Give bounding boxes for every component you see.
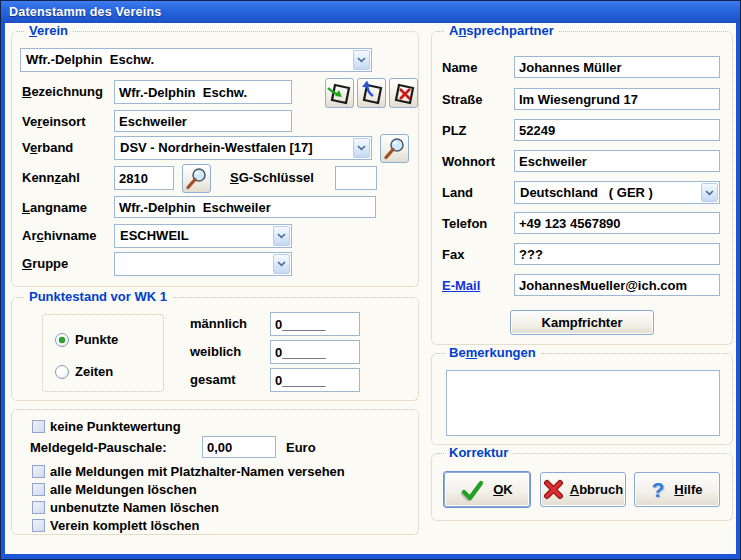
group-bemerkungen: Bemerkungen bbox=[431, 353, 733, 445]
group-ansprechpartner-label: Ansprechpartner bbox=[444, 23, 559, 39]
undo-record-button[interactable] bbox=[357, 78, 386, 108]
radio-punkte[interactable] bbox=[55, 333, 69, 347]
gruppe-label: Gruppe bbox=[22, 252, 68, 276]
gruppe-select-value bbox=[120, 253, 271, 275]
dialog-datenstamm: Datenstamm des Vereins Verein Wfr.-Delph… bbox=[0, 0, 741, 560]
save-record-button[interactable] bbox=[325, 78, 354, 108]
hilfe-button[interactable]: ? Hilfe bbox=[634, 472, 720, 507]
weiblich-label: weiblich bbox=[190, 340, 241, 364]
telefon-label: Telefon bbox=[442, 212, 487, 236]
archivname-select-value: ESCHWEIL bbox=[120, 225, 271, 247]
radio-zeiten-label[interactable]: Zeiten bbox=[75, 360, 113, 384]
magnifier-icon bbox=[382, 136, 407, 161]
group-punktestand: Punktestand vor WK 1 Punkte Zeiten männl… bbox=[11, 297, 419, 401]
verband-label: Verband bbox=[22, 136, 73, 160]
name-label: Name bbox=[442, 56, 477, 80]
chevron-down-icon[interactable] bbox=[273, 226, 290, 246]
door-delete-icon bbox=[391, 80, 416, 106]
checkbox-verein-loeschen-label[interactable]: Verein komplett löschen bbox=[50, 514, 200, 538]
delete-record-button[interactable] bbox=[389, 78, 418, 108]
door-arrow-in-icon bbox=[327, 80, 352, 106]
langname-label: Langname bbox=[22, 196, 87, 220]
chevron-down-icon[interactable] bbox=[701, 183, 718, 202]
archivname-label: Archivname bbox=[22, 224, 96, 248]
email-link-label[interactable]: E-Mail bbox=[442, 274, 480, 298]
club-select-value: Wfr.-Delphin Eschw. bbox=[26, 49, 351, 71]
vereinsort-label: Vereinsort bbox=[22, 110, 86, 134]
kampfrichter-button-label: Kampfrichter bbox=[542, 315, 623, 330]
group-korrektur-label: Korrektur bbox=[444, 445, 513, 461]
hilfe-button-label: Hilfe bbox=[674, 482, 702, 497]
verband-select-value: DSV - Nordrhein-Westfalen [17] bbox=[120, 137, 351, 159]
checkbox-unbenutzte-namen[interactable] bbox=[32, 501, 45, 514]
group-optionen: keine Punktewertung Meldegeld-Pauschale:… bbox=[11, 409, 419, 535]
verband-search-button[interactable] bbox=[380, 134, 409, 163]
abbruch-button[interactable]: Abbruch bbox=[540, 472, 626, 507]
group-verein-label: Verein bbox=[24, 23, 73, 39]
kennzahl-label: Kennzahl bbox=[22, 166, 80, 190]
strasse-label: Straße bbox=[442, 88, 482, 112]
meldegeld-label: Meldegeld-Pauschale: bbox=[30, 436, 167, 460]
group-ansprechpartner: Ansprechpartner Name Straße PLZ Wohnort … bbox=[431, 31, 733, 345]
gesamt-input[interactable] bbox=[270, 368, 360, 392]
wohnort-input[interactable] bbox=[514, 150, 720, 172]
vereinsort-input[interactable] bbox=[114, 110, 292, 132]
bezeichnung-input[interactable] bbox=[114, 80, 292, 104]
group-bemerkungen-label: Bemerkungen bbox=[444, 345, 541, 361]
plz-label: PLZ bbox=[442, 119, 467, 143]
group-punktestand-label: Punktestand vor WK 1 bbox=[24, 289, 172, 305]
sg-schluessel-input[interactable] bbox=[335, 166, 377, 190]
group-verein: Verein Wfr.-Delphin Eschw. Bezeichnung bbox=[11, 31, 419, 287]
meldegeld-input[interactable] bbox=[202, 436, 276, 458]
land-select-value: Deutschland ( GER ) bbox=[520, 182, 699, 203]
kampfrichter-button[interactable]: Kampfrichter bbox=[510, 310, 654, 335]
maennlich-input[interactable] bbox=[270, 312, 360, 336]
title-bar: Datenstamm des Vereins bbox=[1, 1, 740, 23]
radio-box: Punkte Zeiten bbox=[42, 314, 164, 392]
bemerkungen-textarea[interactable] bbox=[446, 370, 720, 436]
help-question-icon: ? bbox=[651, 479, 664, 500]
langname-input[interactable] bbox=[114, 196, 376, 218]
checkbox-meldungen-loeschen[interactable] bbox=[32, 483, 45, 496]
land-label: Land bbox=[442, 181, 473, 205]
fax-input[interactable] bbox=[514, 243, 720, 265]
club-select[interactable]: Wfr.-Delphin Eschw. bbox=[20, 48, 372, 72]
email-input[interactable] bbox=[514, 274, 720, 296]
checkmark-icon bbox=[461, 479, 485, 501]
magnifier-icon bbox=[184, 166, 209, 191]
checkbox-keine-punktewertung[interactable] bbox=[32, 420, 45, 433]
kennzahl-search-button[interactable] bbox=[182, 164, 211, 193]
radio-zeiten[interactable] bbox=[55, 365, 69, 379]
kennzahl-input[interactable] bbox=[114, 166, 174, 190]
weiblich-input[interactable] bbox=[270, 340, 360, 364]
bezeichnung-label: Bezeichnung bbox=[22, 80, 103, 104]
land-select[interactable]: Deutschland ( GER ) bbox=[514, 181, 720, 204]
gesamt-label: gesamt bbox=[190, 368, 236, 392]
group-korrektur: Korrektur OK Abbruch ? Hilfe bbox=[431, 453, 733, 521]
radio-selected-dot bbox=[59, 337, 65, 343]
ok-button-label: OK bbox=[493, 482, 513, 497]
fax-label: Fax bbox=[442, 243, 464, 267]
window-title: Datenstamm des Vereins bbox=[9, 5, 161, 19]
checkbox-platzhalter-namen[interactable] bbox=[32, 465, 45, 478]
abbruch-button-label: Abbruch bbox=[570, 482, 623, 497]
telefon-input[interactable] bbox=[514, 212, 720, 234]
euro-label: Euro bbox=[286, 436, 316, 460]
strasse-input[interactable] bbox=[514, 88, 720, 110]
chevron-down-icon[interactable] bbox=[353, 50, 370, 70]
cancel-x-icon bbox=[543, 479, 564, 500]
chevron-down-icon[interactable] bbox=[353, 138, 370, 158]
verband-select[interactable]: DSV - Nordrhein-Westfalen [17] bbox=[114, 136, 372, 160]
gruppe-select[interactable] bbox=[114, 252, 292, 276]
door-arrow-back-icon bbox=[359, 80, 384, 106]
name-input[interactable] bbox=[514, 56, 720, 78]
archivname-select[interactable]: ESCHWEIL bbox=[114, 224, 292, 248]
checkbox-verein-loeschen[interactable] bbox=[32, 519, 45, 532]
radio-punkte-label[interactable]: Punkte bbox=[75, 328, 118, 352]
chevron-down-icon[interactable] bbox=[273, 254, 290, 274]
plz-input[interactable] bbox=[514, 119, 720, 141]
maennlich-label: männlich bbox=[190, 312, 247, 336]
sg-schluessel-label: SG-Schlüssel bbox=[230, 166, 314, 190]
ok-button[interactable]: OK bbox=[444, 472, 530, 507]
wohnort-label: Wohnort bbox=[442, 150, 495, 174]
